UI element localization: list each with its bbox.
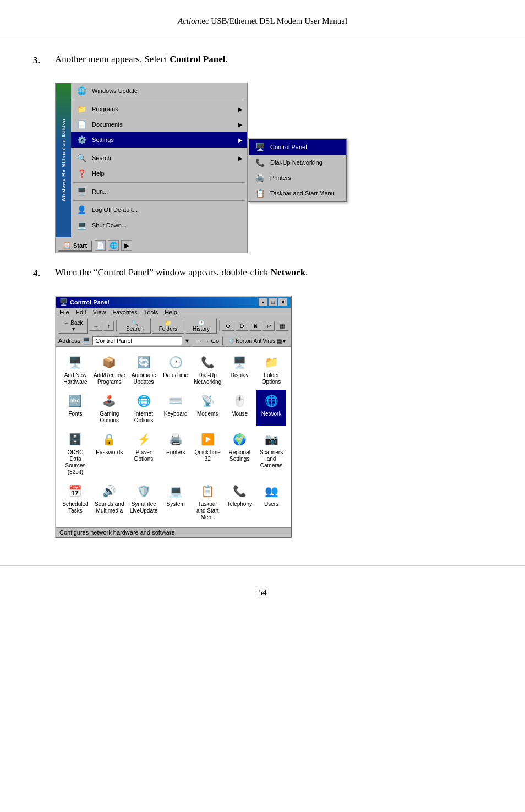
close-button[interactable]: ✕ bbox=[278, 298, 287, 306]
cp-icon-power-options[interactable]: ⚡ Power Options bbox=[129, 428, 159, 478]
cp-icon-system[interactable]: 💻 System bbox=[161, 480, 190, 523]
window-toolbar: ← Back ▾ → ↑ 🔍 Search 📁 Folders 🕐 Histor… bbox=[56, 317, 291, 335]
cp-icon-display[interactable]: 🖥️ Display bbox=[225, 351, 254, 388]
menu-help[interactable]: Help bbox=[165, 309, 177, 315]
control-panel-icons-area: 🖥️ Add New Hardware 📦 Add/Remove Program… bbox=[56, 347, 291, 527]
cp-icon-modems[interactable]: 📡 Modems bbox=[193, 390, 222, 426]
cp-icon-scanners[interactable]: 📷 Scanners and Cameras bbox=[256, 428, 286, 478]
cp-icon-datetime[interactable]: 🕐 Date/Time bbox=[161, 351, 190, 388]
cp-icon-passwords[interactable]: 🔒 Passwords bbox=[92, 428, 127, 478]
quicktime-icon: ▶️ bbox=[199, 430, 216, 448]
cp-icon-mouse[interactable]: 🖱️ Mouse bbox=[225, 390, 254, 426]
window-title-left: 🖥️ Control Panel bbox=[59, 298, 110, 306]
menu-item-windows-update[interactable]: 🌐 Windows Update bbox=[71, 83, 247, 99]
go-button[interactable]: → → Go bbox=[192, 336, 223, 345]
norton-dropdown[interactable]: ▾ bbox=[283, 338, 286, 344]
passwords-icon: 🔒 bbox=[101, 430, 118, 448]
cp-icon-automatic-updates[interactable]: 🔄 Automatic Updates bbox=[129, 351, 159, 388]
status-bar-text: Configures network hardware and software… bbox=[59, 529, 177, 536]
menu-item-run[interactable]: 🖥️ Run... bbox=[71, 184, 247, 199]
forward-button[interactable]: → bbox=[89, 321, 102, 331]
address-input[interactable]: Control Panel bbox=[92, 336, 182, 345]
submenu-control-panel[interactable]: 🖥️ Control Panel bbox=[249, 139, 346, 155]
documents-arrow: ▶ bbox=[238, 122, 243, 128]
control-panel-icon: 🖥️ bbox=[254, 141, 266, 153]
address-bar: Address 🖥️ Control Panel ▼ → → Go 🛡️ Nor… bbox=[56, 335, 291, 347]
undo-button[interactable]: ↩ bbox=[262, 321, 275, 331]
cp-icon-telephony[interactable]: 📞 Telephony bbox=[225, 480, 254, 523]
documents-icon: 📄 bbox=[75, 118, 88, 130]
dropdown-arrow[interactable]: ▼ bbox=[184, 337, 190, 344]
settings-arrow: ▶ bbox=[238, 137, 243, 143]
menu-item-logoff[interactable]: 👤 Log Off Default... bbox=[71, 202, 247, 217]
back-button[interactable]: ← Back ▾ bbox=[58, 318, 88, 334]
cp-icon-sounds[interactable]: 🔊 Sounds and Multimedia bbox=[92, 480, 127, 523]
page-number: 54 bbox=[259, 588, 267, 597]
header-title: Actiontec USB/Ethernet DSL Modem User Ma… bbox=[178, 17, 347, 25]
search-button[interactable]: 🔍 Search bbox=[119, 318, 151, 334]
cp-icon-gaming[interactable]: 🕹️ Gaming Options bbox=[92, 390, 127, 426]
history-button[interactable]: 🕐 History bbox=[185, 318, 217, 334]
help-icon: ❓ bbox=[75, 167, 88, 179]
menu-item-documents[interactable]: 📄 Documents ▶ bbox=[71, 117, 247, 132]
cp-icon-printers[interactable]: 🖨️ Printers bbox=[161, 428, 190, 478]
scheduled-tasks-icon: 📅 bbox=[67, 482, 84, 500]
cp-icon-scheduled-tasks[interactable]: 📅 Scheduled Tasks bbox=[61, 480, 90, 523]
submenu-dialup[interactable]: 📞 Dial-Up Networking bbox=[249, 155, 346, 170]
start-button[interactable]: 🪟 Start bbox=[58, 240, 92, 252]
fonts-icon: 🔤 bbox=[67, 392, 84, 410]
menu-file[interactable]: File bbox=[59, 309, 69, 315]
cp-icon-taskbar-start[interactable]: 📋 Taskbar and Start Menu bbox=[193, 480, 222, 523]
control-panel-window: 🖥️ Control Panel - □ ✕ File Edit View Fa… bbox=[55, 296, 292, 538]
cp-icon-users[interactable]: 👥 Users bbox=[256, 480, 286, 523]
submenu-taskbar[interactable]: 📋 Taskbar and Start Menu bbox=[249, 186, 346, 201]
menu-favorites[interactable]: Favorites bbox=[112, 309, 137, 315]
cp-icon-keyboard[interactable]: ⌨️ Keyboard bbox=[161, 390, 190, 426]
copy-button[interactable]: ⚙ bbox=[222, 321, 234, 331]
views-button[interactable]: ▦ bbox=[276, 321, 288, 331]
menu-tools[interactable]: Tools bbox=[144, 309, 158, 315]
automatic-updates-icon: 🔄 bbox=[135, 353, 152, 371]
users-icon: 👥 bbox=[262, 482, 280, 500]
cp-icon-fonts[interactable]: 🔤 Fonts bbox=[61, 390, 90, 426]
cp-icon-odbc[interactable]: 🗄️ ODBC Data Sources (32bit) bbox=[61, 428, 90, 478]
taskbar-icon-3[interactable]: ▶ bbox=[121, 240, 132, 251]
cp-icon-internet-options[interactable]: 🌐 Internet Options bbox=[129, 390, 159, 426]
menu-item-settings[interactable]: ⚙️ Settings ▶ bbox=[71, 132, 247, 148]
window-controls: - □ ✕ bbox=[259, 298, 287, 306]
menu-edit[interactable]: Edit bbox=[76, 309, 86, 315]
cp-icon-symantec[interactable]: 🛡️ Symantec LiveUpdate bbox=[129, 480, 159, 523]
cp-icon-network[interactable]: 🌐 Network bbox=[256, 390, 286, 426]
up-button[interactable]: ↑ bbox=[103, 321, 114, 331]
submenu-printers[interactable]: 🖨️ Printers bbox=[249, 170, 346, 186]
cp-icon-add-remove-programs[interactable]: 📦 Add/Remove Programs bbox=[92, 351, 127, 388]
cp-icon-quicktime[interactable]: ▶️ QuickTime 32 bbox=[193, 428, 222, 478]
symantec-icon: 🛡️ bbox=[135, 482, 152, 500]
paste-button[interactable]: ⚙ bbox=[236, 321, 248, 331]
mouse-icon: 🖱️ bbox=[231, 392, 248, 410]
menu-item-programs[interactable]: 📁 Programs ▶ bbox=[71, 101, 247, 117]
step-text-3: Another menu appears. Select Control Pan… bbox=[55, 54, 492, 65]
regional-settings-icon: 🌍 bbox=[231, 430, 248, 448]
menu-view[interactable]: View bbox=[93, 309, 106, 315]
cp-icon-add-hardware[interactable]: 🖥️ Add New Hardware bbox=[61, 351, 90, 388]
separator-3 bbox=[73, 182, 245, 183]
cp-icon-dialup[interactable]: 📞 Dial-Up Networking bbox=[193, 351, 222, 388]
window-title-text: Control Panel bbox=[70, 299, 110, 306]
programs-icon: 📁 bbox=[75, 103, 88, 115]
step-4: 4. When the “Control Panel” window appea… bbox=[33, 267, 492, 279]
menu-item-help[interactable]: ❓ Help bbox=[71, 166, 247, 181]
taskbar-icon-1[interactable]: 📄 bbox=[95, 240, 106, 251]
start-icon: 🪟 bbox=[63, 242, 71, 249]
menu-item-search[interactable]: 🔍 Search ▶ bbox=[71, 150, 247, 166]
control-panel-screenshot-container: 🖥️ Control Panel - □ ✕ File Edit View Fa… bbox=[55, 296, 492, 538]
delete-button[interactable]: ✖ bbox=[249, 321, 261, 331]
folders-button[interactable]: 📁 Folders bbox=[152, 318, 184, 334]
cp-icon-folder-options[interactable]: 📁 Folder Options bbox=[256, 351, 286, 388]
taskbar-icon-2[interactable]: 🌐 bbox=[108, 240, 119, 251]
menu-item-shutdown[interactable]: 💻 Shut Down... bbox=[71, 217, 247, 233]
maximize-button[interactable]: □ bbox=[269, 298, 277, 306]
cp-icon-regional[interactable]: 🌍 Regional Settings bbox=[225, 428, 254, 478]
step-3: 3. Another menu appears. Select Control … bbox=[33, 54, 492, 66]
minimize-button[interactable]: - bbox=[259, 298, 267, 306]
